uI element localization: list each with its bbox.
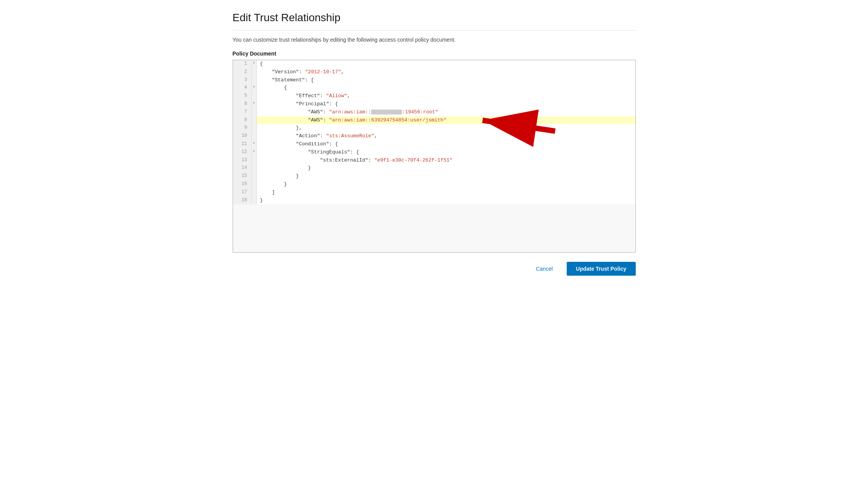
line-number: 17 bbox=[233, 189, 252, 197]
fold-indicator bbox=[252, 172, 257, 180]
code-line: 6▾ "Principal": { bbox=[233, 100, 635, 108]
code-line: 8 "AWS": "arn:aws:iam::639294754854:user… bbox=[233, 116, 635, 125]
policy-document-label: Policy Document bbox=[233, 51, 636, 57]
footer-actions: Cancel Update Trust Policy bbox=[233, 262, 636, 276]
string-token: "arn:aws:iam::639294754854:user/jsmith" bbox=[329, 117, 446, 123]
fold-indicator: ▾ bbox=[252, 100, 257, 108]
code-line: 14 } bbox=[233, 164, 635, 172]
plain-token: }, bbox=[260, 125, 302, 131]
line-number: 7 bbox=[233, 108, 252, 116]
line-number: 11 bbox=[233, 140, 252, 148]
plain-token: , bbox=[347, 93, 350, 99]
line-number: 2 bbox=[233, 68, 252, 76]
page-title: Edit Trust Relationship bbox=[233, 12, 636, 30]
string-token: "arn:aws:iam:: bbox=[329, 109, 371, 115]
line-number: 6 bbox=[233, 100, 252, 108]
fold-indicator: ▾ bbox=[252, 140, 257, 148]
fold-indicator bbox=[252, 76, 257, 84]
line-number: 9 bbox=[233, 124, 252, 132]
fold-indicator bbox=[252, 197, 257, 205]
line-number: 12 bbox=[233, 148, 252, 157]
code-line: 12▾ "StringEquals": { bbox=[233, 148, 635, 157]
line-number: 3 bbox=[233, 76, 252, 84]
code-line: 16 } bbox=[233, 180, 635, 189]
plain-token: "sts:ExternalId": bbox=[260, 157, 374, 163]
line-number: 14 bbox=[233, 164, 252, 172]
plain-token: , bbox=[341, 69, 344, 75]
line-number: 18 bbox=[233, 197, 252, 205]
line-content: "AWS": "arn:aws:iam::639294754854:user/j… bbox=[257, 116, 635, 125]
line-content: "Effect": "Allow", bbox=[257, 92, 635, 100]
redacted-value bbox=[371, 110, 402, 115]
plain-token: "Effect": bbox=[260, 93, 326, 99]
line-content: } bbox=[257, 197, 635, 205]
plain-token: "Principal": { bbox=[260, 101, 338, 107]
plain-token: "Condition": { bbox=[260, 141, 338, 147]
string-token: "2012-10-17" bbox=[305, 69, 341, 75]
line-content: } bbox=[257, 172, 635, 180]
line-number: 13 bbox=[233, 157, 252, 165]
line-content: "Principal": { bbox=[257, 100, 635, 108]
code-line: 1▾{ bbox=[233, 60, 635, 68]
line-content: "Version": "2012-10-17", bbox=[257, 68, 635, 76]
fold-indicator bbox=[252, 116, 257, 125]
line-content: { bbox=[257, 60, 635, 68]
line-content: { bbox=[257, 84, 635, 92]
line-content: "Statement": [ bbox=[257, 76, 635, 84]
plain-token: { bbox=[260, 85, 287, 91]
line-number: 5 bbox=[233, 92, 252, 100]
plain-token: "StringEquals": { bbox=[260, 149, 359, 155]
cancel-button[interactable]: Cancel bbox=[530, 263, 559, 275]
plain-token: ] bbox=[260, 189, 275, 195]
fold-indicator: ▾ bbox=[252, 84, 257, 92]
plain-token: "AWS": bbox=[260, 109, 329, 115]
page-container: Edit Trust Relationship You can customiz… bbox=[217, 0, 651, 291]
line-content: "Action": "sts:AssumeRole", bbox=[257, 132, 635, 140]
code-line: 17 ] bbox=[233, 189, 635, 197]
plain-token: } bbox=[260, 165, 311, 171]
fold-indicator bbox=[252, 180, 257, 189]
code-editor[interactable]: 1▾{2 "Version": "2012-10-17",3 "Statemen… bbox=[233, 60, 636, 253]
plain-token: "Statement": [ bbox=[260, 77, 314, 83]
code-line: 10 "Action": "sts:AssumeRole", bbox=[233, 132, 635, 140]
plain-token: , bbox=[374, 133, 377, 139]
fold-indicator bbox=[252, 124, 257, 132]
code-line: 9 }, bbox=[233, 124, 635, 132]
string-token: "e9f1-e30c-70f4-262f-1f51" bbox=[374, 157, 453, 163]
code-line: 4▾ { bbox=[233, 84, 635, 92]
page-description: You can customize trust relationships by… bbox=[233, 37, 636, 43]
line-number: 10 bbox=[233, 132, 252, 140]
fold-indicator bbox=[252, 164, 257, 172]
plain-token: "Action": bbox=[260, 133, 326, 139]
plain-token: } bbox=[260, 197, 263, 203]
update-trust-policy-button[interactable]: Update Trust Policy bbox=[567, 262, 636, 276]
plain-token: "Version": bbox=[260, 69, 305, 75]
line-number: 15 bbox=[233, 172, 252, 180]
line-content: "StringEquals": { bbox=[257, 148, 635, 157]
fold-indicator bbox=[252, 68, 257, 76]
code-line: 18 } bbox=[233, 197, 635, 205]
string-token: :19456:root" bbox=[402, 109, 438, 115]
plain-token: } bbox=[260, 173, 299, 179]
plain-token: } bbox=[260, 181, 287, 187]
line-content: "Condition": { bbox=[257, 140, 635, 148]
plain-token: "AWS": bbox=[260, 117, 329, 123]
fold-indicator bbox=[252, 108, 257, 116]
code-line: 5 "Effect": "Allow", bbox=[233, 92, 635, 100]
fold-indicator bbox=[252, 157, 257, 165]
fold-indicator: ▾ bbox=[252, 60, 257, 68]
code-line: 3 "Statement": [ bbox=[233, 76, 635, 84]
line-number: 1 bbox=[233, 60, 252, 68]
line-number: 8 bbox=[233, 116, 252, 125]
code-line: 7 "AWS": "arn:aws:iam:: :19456:root" bbox=[233, 108, 635, 116]
code-editor-wrapper: 1▾{2 "Version": "2012-10-17",3 "Statemen… bbox=[233, 60, 636, 253]
line-number: 4 bbox=[233, 84, 252, 92]
code-line: 2 "Version": "2012-10-17", bbox=[233, 68, 635, 76]
line-content: } bbox=[257, 164, 635, 172]
line-content: ] bbox=[257, 189, 635, 197]
line-content: "sts:ExternalId": "e9f1-e30c-70f4-262f-1… bbox=[257, 157, 635, 165]
string-token: "sts:AssumeRole" bbox=[326, 133, 374, 139]
line-content: "AWS": "arn:aws:iam:: :19456:root" bbox=[257, 108, 635, 116]
fold-indicator bbox=[252, 92, 257, 100]
code-line: 11▾ "Condition": { bbox=[233, 140, 635, 148]
